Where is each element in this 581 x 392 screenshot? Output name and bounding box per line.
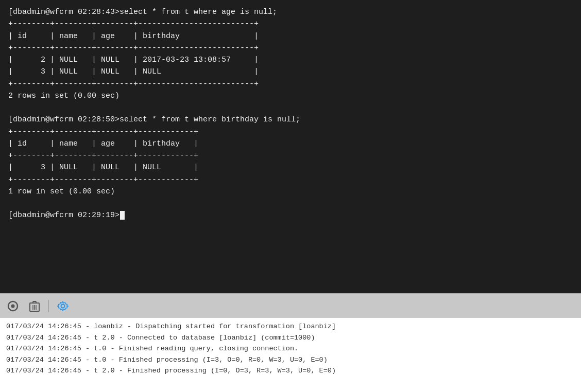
stop-button[interactable]	[5, 298, 21, 314]
settings-button[interactable]	[55, 298, 71, 314]
log-line-5: 017/03/24 14:26:45 - t 2.0 - Finished pr…	[6, 365, 575, 377]
toolbar	[0, 293, 581, 318]
trash-button[interactable]	[27, 298, 42, 314]
toolbar-divider	[48, 300, 49, 312]
svg-point-10	[61, 304, 65, 308]
log-line-3: 017/03/24 14:26:45 - t.0 - Finished read…	[6, 343, 575, 354]
terminal-cursor	[120, 211, 125, 220]
log-line-1: 017/03/24 14:26:45 - loanbiz - Dispatchi…	[6, 321, 575, 332]
svg-point-1	[11, 304, 15, 308]
stop-icon	[7, 300, 19, 312]
trash-icon	[29, 300, 40, 312]
log-line-2: 017/03/24 14:26:45 - t 2.0 - Connected t…	[6, 332, 575, 344]
terminal-output: [dbadmin@wfcrm 02:28:43>select * from t …	[0, 0, 581, 293]
terminal-content: [dbadmin@wfcrm 02:28:43>select * from t …	[8, 6, 573, 222]
log-panel: 017/03/24 14:26:45 - loanbiz - Dispatchi…	[0, 318, 581, 392]
log-line-4: 017/03/24 14:26:45 - t.0 - Finished proc…	[6, 354, 575, 366]
gear-icon	[57, 300, 69, 312]
